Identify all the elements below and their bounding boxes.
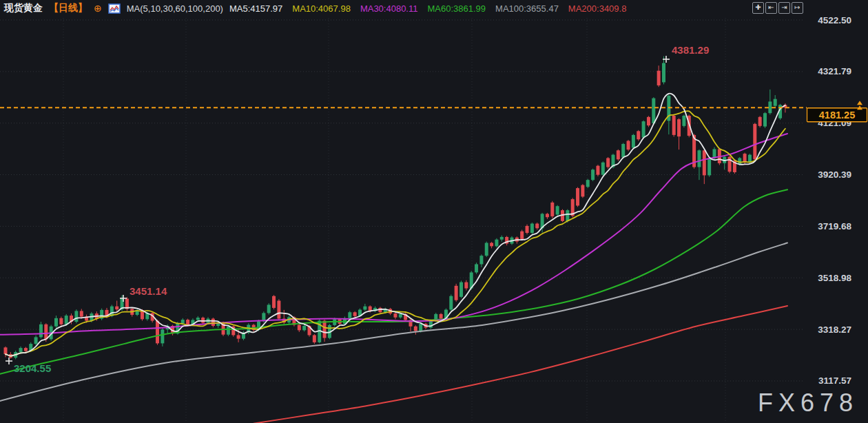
ma-line-ma30 — [0, 134, 787, 335]
chart-header: 现货黄金 【日线】 ⊕ MA(5,10,30,60,100,200) MA5:4… — [4, 0, 626, 17]
scale-right-icon[interactable]: ⇥ — [778, 2, 790, 14]
pan-right-icon[interactable]: ↦ — [792, 2, 803, 14]
price-axis-label: 3117.57 — [818, 375, 851, 386]
price-axis-label: 3518.98 — [818, 273, 851, 283]
fx678-watermark: FX678 — [758, 389, 858, 417]
last-price-tag: 4181.25 — [807, 101, 867, 122]
ma-legend: MA5:4157.97 MA10:4067.98 MA30:4080.11 MA… — [229, 3, 626, 14]
symbol-name: 现货黄金 — [4, 2, 43, 14]
mini-chart-icon — [108, 3, 121, 14]
ma-lines-layer — [0, 94, 787, 423]
ma200-value: MA200:3409.8 — [568, 3, 627, 14]
ma10-value: MA10:4067.98 — [292, 3, 351, 14]
ma100-value: MA100:3655.47 — [495, 3, 559, 14]
price-axis-label: 3719.68 — [818, 221, 851, 231]
last-price-value: 4181.25 — [819, 110, 855, 121]
timeframe-label[interactable]: 【日线】 — [49, 2, 87, 14]
price-axis-label: 4321.79 — [818, 66, 851, 76]
annotation-label: 4381.29 — [672, 44, 709, 56]
ma-settings-label: MA(5,10,30,60,100,200) — [127, 3, 223, 14]
candles-layer — [4, 56, 787, 360]
price-axis[interactable]: 4522.504321.794121.093920.393719.683518.… — [818, 15, 851, 386]
ma5-value: MA5:4157.97 — [229, 3, 282, 14]
candlestick-chart-canvas[interactable]: 4381.293451.143204.554522.504321.794121.… — [0, 0, 868, 423]
price-axis-label: 4522.50 — [818, 15, 851, 25]
scale-left-icon[interactable]: ⇤ — [765, 2, 777, 14]
ma30-value: MA30:4080.11 — [360, 3, 418, 14]
price-axis-label: 3318.27 — [818, 324, 851, 335]
annotation-label: 3451.14 — [130, 285, 167, 297]
gridlines — [0, 18, 805, 423]
price-axis-label: 3920.39 — [818, 169, 851, 180]
ma60-value: MA60:3861.99 — [427, 3, 486, 14]
crosshair-icon[interactable]: ✚ — [752, 2, 764, 14]
circle-plus-icon[interactable]: ⊕ — [94, 3, 102, 14]
chart-toolbar: ✚ ⇤ ⇥ ↦ — [752, 2, 803, 14]
trading-app-window: 4381.293451.143204.554522.504321.794121.… — [0, 0, 868, 423]
annotation-label: 3204.55 — [14, 362, 51, 374]
